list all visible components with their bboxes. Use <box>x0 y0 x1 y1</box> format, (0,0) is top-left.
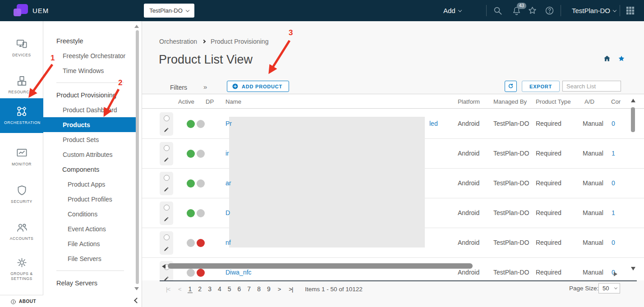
column-header-a-d[interactable]: A/D <box>584 98 594 105</box>
column-header-managed-by[interactable]: Managed By <box>493 98 527 105</box>
sidebar-item-groups-settings[interactable]: GROUPS & SETTINGS <box>0 252 43 286</box>
prev-page-button[interactable]: < <box>178 286 181 293</box>
edit-pencil-icon[interactable] <box>163 127 170 133</box>
menu-item-event-actions[interactable]: Event Actions <box>43 221 137 236</box>
product-name-link[interactable]: Diwa_nfc <box>225 269 252 276</box>
active-status-dot <box>187 150 195 158</box>
compliance-count-link[interactable]: 1 <box>612 209 615 216</box>
product-name-link[interactable]: ir <box>225 150 229 157</box>
export-button[interactable]: EXPORT <box>522 81 560 92</box>
menu-item-product-provisioning[interactable]: Product Provisioning <box>43 87 137 102</box>
compliance-count-link[interactable]: 0 <box>612 179 615 187</box>
menu-item-conditions[interactable]: Conditions <box>43 206 137 221</box>
sidebar-item-devices[interactable]: DEVICES <box>0 31 43 65</box>
row-select-radio[interactable] <box>164 205 170 211</box>
breadcrumb-product-provisioning[interactable]: Product Provisioning <box>211 38 268 45</box>
menu-item-product-dashboard[interactable]: Product Dashboard <box>43 102 137 117</box>
page-number-4[interactable]: 4 <box>217 285 222 293</box>
table-scroll-up-icon[interactable] <box>631 99 635 102</box>
add-menu[interactable]: Add <box>443 7 461 14</box>
help-icon[interactable] <box>544 5 555 16</box>
page-number-6[interactable]: 6 <box>237 285 242 293</box>
menu-scroll-up-icon[interactable] <box>134 25 139 28</box>
page-number-5[interactable]: 5 <box>227 285 232 293</box>
page-number-1[interactable]: 1 <box>188 285 193 293</box>
product-name-link[interactable]: Pr <box>225 120 232 127</box>
menu-item-product-apps[interactable]: Product Apps <box>43 177 137 192</box>
menu-item-products[interactable]: Products <box>43 117 137 132</box>
column-header-cor[interactable]: Cor <box>611 98 621 105</box>
edit-pencil-icon[interactable] <box>163 275 170 280</box>
breadcrumb-orchestration[interactable]: Orchestration <box>159 38 197 45</box>
refresh-button[interactable] <box>505 81 517 92</box>
menu-scrollbar-thumb[interactable] <box>136 30 139 284</box>
product-name-link[interactable]: ar <box>225 179 231 187</box>
page-number-3[interactable]: 3 <box>207 285 212 293</box>
page-size-select[interactable]: 50 <box>598 283 620 293</box>
table-hscrollbar-thumb[interactable] <box>168 263 473 269</box>
column-header-product-type[interactable]: Product Type <box>536 98 570 105</box>
favorite-page-star-icon[interactable] <box>617 55 626 63</box>
search-icon[interactable] <box>492 5 503 16</box>
sidebar-item-accounts[interactable]: ACCOUNTS <box>0 214 43 249</box>
column-header-name[interactable]: Name <box>225 98 241 105</box>
product-name-link[interactable]: D <box>225 209 230 216</box>
menu-item-freestyle-orchestrator[interactable]: Freestyle Orchestrator <box>43 48 137 63</box>
plus-circle-icon <box>232 83 239 90</box>
favorites-star-icon[interactable] <box>527 5 538 16</box>
row-select-radio[interactable] <box>164 145 170 151</box>
edit-pencil-icon[interactable] <box>163 186 170 192</box>
compliance-count-link[interactable]: 1 <box>612 150 615 157</box>
collapse-menu-icon[interactable] <box>134 298 140 303</box>
menu-item-file-actions[interactable]: File Actions <box>43 236 137 251</box>
table-scroll-down-icon[interactable] <box>631 267 635 270</box>
table-scroll-right-icon[interactable] <box>614 272 617 276</box>
column-header-platform[interactable]: Platform <box>458 98 480 105</box>
page-number-8[interactable]: 8 <box>256 285 262 293</box>
row-select-radio[interactable] <box>164 175 170 181</box>
sidebar-item-about[interactable]: ABOUT <box>0 295 43 307</box>
organization-group-dropdown[interactable]: TestPlan-DO <box>144 4 194 18</box>
compliance-count-link[interactable]: 0 <box>612 239 615 246</box>
edit-pencil-icon[interactable] <box>163 156 170 163</box>
page-number-7[interactable]: 7 <box>246 285 252 293</box>
compliance-count-link[interactable]: 0 <box>612 120 615 127</box>
row-select-radio[interactable] <box>164 234 170 240</box>
edit-pencil-icon[interactable] <box>163 216 170 222</box>
menu-item-time-windows[interactable]: Time Windows <box>43 63 137 78</box>
row-select-radio[interactable] <box>164 115 170 121</box>
menu-item-product-profiles[interactable]: Product Profiles <box>43 192 137 206</box>
filters-button[interactable]: Filters <box>170 84 187 91</box>
ad-cell: Manual <box>583 120 603 127</box>
filters-expand-icon[interactable]: » <box>203 83 207 91</box>
menu-item-freestyle[interactable]: Freestyle <box>43 33 137 48</box>
search-list-input[interactable] <box>562 81 621 92</box>
product-name-link-suffix[interactable]: led <box>429 120 438 127</box>
next-page-button[interactable]: > <box>278 286 281 293</box>
table-scroll-left-icon[interactable] <box>162 264 166 269</box>
sidebar-item-resources[interactable]: RESOURCES <box>0 68 43 102</box>
add-product-button[interactable]: ADD PRODUCT <box>227 81 289 92</box>
menu-scroll-down-icon[interactable] <box>134 287 139 290</box>
product-name-link[interactable]: nf <box>225 239 231 246</box>
menu-item-custom-attributes[interactable]: Custom Attributes <box>43 147 137 162</box>
menu-item-components[interactable]: Components <box>43 162 137 177</box>
sidebar-item-security[interactable]: SECURITY <box>0 177 43 212</box>
sidebar-item-monitor[interactable]: MONITOR <box>0 140 43 174</box>
app-grid-icon[interactable] <box>625 5 635 16</box>
menu-item-file-servers[interactable]: File Servers <box>43 251 137 266</box>
edit-pencil-icon[interactable] <box>163 246 170 252</box>
user-org-dropdown[interactable]: TestPlan-DO <box>572 7 616 14</box>
first-page-button[interactable]: |< <box>166 286 170 293</box>
table-vscrollbar-thumb[interactable] <box>631 107 635 132</box>
menu-item-product-sets[interactable]: Product Sets <box>43 132 137 147</box>
last-page-button[interactable]: >| <box>289 286 293 293</box>
home-icon[interactable] <box>603 55 611 63</box>
column-header-dp[interactable]: DP <box>206 98 214 105</box>
column-header-active[interactable]: Active <box>178 98 194 105</box>
page-number-2[interactable]: 2 <box>197 285 202 293</box>
page-number-9[interactable]: 9 <box>266 285 271 293</box>
menu-item-relay-servers[interactable]: Relay Servers <box>43 275 137 290</box>
sidebar-item-orchestration[interactable]: ORCHESTRATION <box>0 98 43 133</box>
managed-by-cell: TestPlan-DO <box>493 239 529 246</box>
